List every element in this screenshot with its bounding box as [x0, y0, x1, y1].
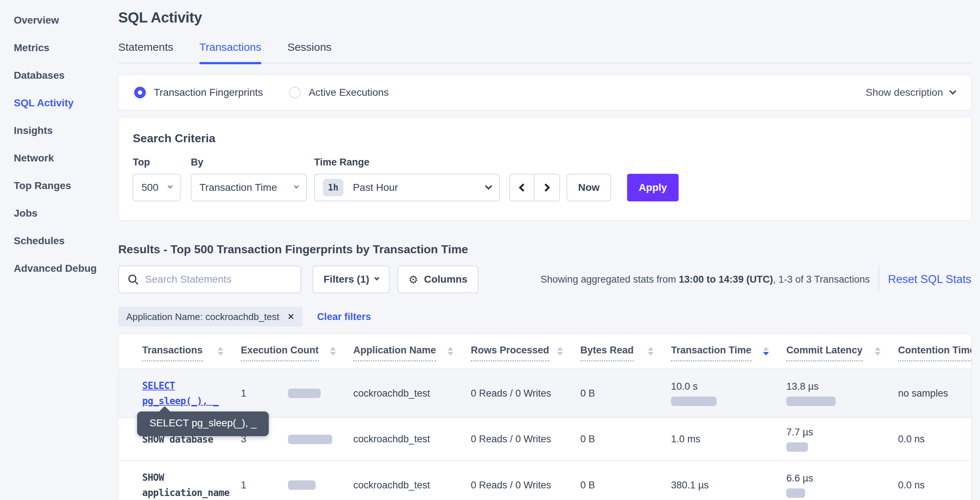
chevron-left-icon — [519, 183, 527, 192]
chevron-down-icon — [167, 183, 173, 189]
clear-filters-link[interactable]: Clear filters — [317, 311, 371, 323]
sidebar-item-schedules[interactable]: Schedules — [0, 227, 110, 255]
top-select[interactable]: 500 — [133, 174, 181, 201]
sidebar-item-databases[interactable]: Databases — [0, 62, 110, 89]
close-icon[interactable]: ✕ — [287, 312, 294, 322]
sidebar-item-overview[interactable]: Overview — [0, 6, 110, 34]
column-header-transaction-time[interactable]: Transaction Time — [671, 345, 786, 367]
sidebar-item-sql-activity[interactable]: SQL Activity — [0, 89, 110, 117]
contention-time-cell: no samples — [898, 388, 971, 399]
top-field: Top 500 — [133, 157, 191, 201]
search-icon — [128, 274, 138, 285]
tab-transactions[interactable]: Transactions — [199, 41, 261, 64]
bytes-read-cell: 0 B — [580, 480, 671, 491]
search-criteria-card: Search Criteria Top 500 By Transaction T… — [118, 117, 971, 220]
execution-count-cell: 1 — [241, 388, 353, 399]
bytes-read-cell: 0 B — [580, 433, 671, 445]
reset-sql-stats-link[interactable]: Reset SQL Stats — [888, 273, 971, 286]
now-button[interactable]: Now — [566, 174, 611, 201]
column-header-bytes-read[interactable]: Bytes Read — [580, 345, 671, 367]
filters-button[interactable]: Filters (1) — [313, 266, 390, 293]
sidebar-item-insights[interactable]: Insights — [0, 117, 110, 145]
filters-label: Filters (1) — [323, 274, 369, 285]
commit-latency-cell: 7.7 µs — [786, 427, 898, 452]
show-description-label: Show description — [866, 87, 943, 98]
transaction-fingerprint-cell[interactable]: SHOW application_name — [142, 470, 241, 500]
search-box[interactable] — [118, 266, 301, 293]
show-description-toggle[interactable]: Show description — [866, 87, 955, 98]
transaction-fingerprint-cell: SELECT pg_sleep(_), _ — [142, 378, 241, 409]
time-step-buttons — [509, 174, 560, 201]
execution-count-bar — [288, 389, 321, 398]
sidebar-item-top-ranges[interactable]: Top Ranges — [0, 172, 110, 199]
chevron-right-icon — [542, 183, 550, 192]
chevron-down-icon — [294, 183, 299, 189]
radio-active-executions[interactable]: Active Executions — [289, 87, 389, 98]
page-title: SQL Activity — [118, 0, 971, 26]
apply-button[interactable]: Apply — [627, 174, 679, 201]
commit-latency-bar — [786, 488, 805, 498]
chevron-down-icon — [485, 183, 492, 190]
sidebar-item-advanced-debug[interactable]: Advanced Debug — [0, 255, 110, 282]
columns-button[interactable]: ⚙ Columns — [398, 266, 478, 293]
filter-chip-row: Application Name: cockroachdb_test ✕ Cle… — [118, 307, 971, 326]
time-range-select[interactable]: 1h Past Hour — [314, 174, 500, 201]
results-heading: Results - Top 500 Transaction Fingerprin… — [118, 243, 971, 256]
filter-chip-label: Application Name: cockroachdb_test — [126, 311, 279, 323]
tab-bar: Statements Transactions Sessions — [118, 41, 971, 64]
column-header-execution-count[interactable]: Execution Count — [241, 345, 353, 367]
column-header-application-name[interactable]: Application Name — [353, 345, 471, 367]
sidebar: Overview Metrics Databases SQL Activity … — [0, 0, 110, 500]
next-time-button[interactable] — [535, 175, 559, 201]
execution-count-bar — [288, 481, 315, 490]
execution-count-bar — [288, 435, 332, 444]
table-row[interactable]: SELECT pg_sleep(_), _ 1 cockroachdb_test… — [118, 369, 971, 418]
transaction-time-cell: 1.0 ms — [671, 433, 786, 445]
application-name-cell: cockroachdb_test — [353, 480, 471, 491]
column-header-transactions[interactable]: Transactions — [142, 345, 241, 367]
radio-unselected-icon[interactable] — [289, 87, 301, 98]
results-toolbar: Filters (1) ⚙ Columns Showing aggregated… — [118, 266, 971, 293]
time-range-label: Time Range — [314, 157, 509, 168]
table-header-row: Transactions Execution Count Application… — [118, 334, 971, 369]
column-header-rows-processed[interactable]: Rows Processed — [471, 345, 580, 367]
transactions-table: Transactions Execution Count Application… — [118, 334, 971, 500]
top-select-value: 500 — [142, 182, 159, 193]
search-criteria-title: Search Criteria — [133, 132, 957, 145]
radio-transaction-fingerprints[interactable]: Transaction Fingerprints — [134, 87, 263, 98]
bytes-read-cell: 0 B — [580, 388, 671, 399]
by-select[interactable]: Transaction Time — [191, 174, 307, 201]
table-row[interactable]: SHOW application_name 1 cockroachdb_test… — [118, 461, 971, 500]
search-input[interactable] — [145, 274, 292, 285]
by-label: By — [191, 157, 314, 168]
view-toggle-card: Transaction Fingerprints Active Executio… — [118, 75, 971, 110]
commit-latency-bar — [786, 396, 836, 406]
radio-selected-icon[interactable] — [134, 87, 146, 98]
time-range-badge: 1h — [323, 179, 344, 196]
column-header-contention-time[interactable]: Contention Time — [898, 345, 971, 367]
tab-sessions[interactable]: Sessions — [287, 41, 331, 64]
sort-icon — [875, 345, 881, 355]
chevron-down-icon — [949, 88, 956, 95]
transaction-time-cell: 380.1 µs — [671, 480, 786, 491]
transaction-fingerprint-link[interactable]: SELECT pg_sleep(_), _ — [142, 378, 241, 409]
sidebar-item-network[interactable]: Network — [0, 145, 110, 172]
sidebar-item-metrics[interactable]: Metrics — [0, 34, 110, 62]
transaction-time-cell: 10.0 s — [671, 381, 786, 406]
top-label: Top — [133, 157, 191, 168]
tab-statements[interactable]: Statements — [118, 41, 173, 64]
radio-label: Active Executions — [309, 87, 389, 98]
sidebar-item-jobs[interactable]: Jobs — [0, 199, 110, 227]
radio-label: Transaction Fingerprints — [154, 87, 263, 98]
filter-chip-application-name[interactable]: Application Name: cockroachdb_test ✕ — [118, 307, 302, 326]
commit-latency-cell: 6.6 µs — [786, 473, 898, 498]
sort-icon — [330, 345, 336, 355]
main-content: SQL Activity Statements Transactions Ses… — [110, 0, 980, 500]
sort-desc-icon — [763, 345, 769, 355]
transaction-time-bar — [671, 396, 717, 406]
sql-activity-page: Overview Metrics Databases SQL Activity … — [0, 0, 980, 500]
previous-time-button[interactable] — [510, 175, 535, 201]
column-header-commit-latency[interactable]: Commit Latency — [786, 345, 898, 367]
contention-time-cell: 0.0 ns — [898, 433, 971, 445]
time-range-field: Time Range 1h Past Hour — [314, 157, 509, 201]
